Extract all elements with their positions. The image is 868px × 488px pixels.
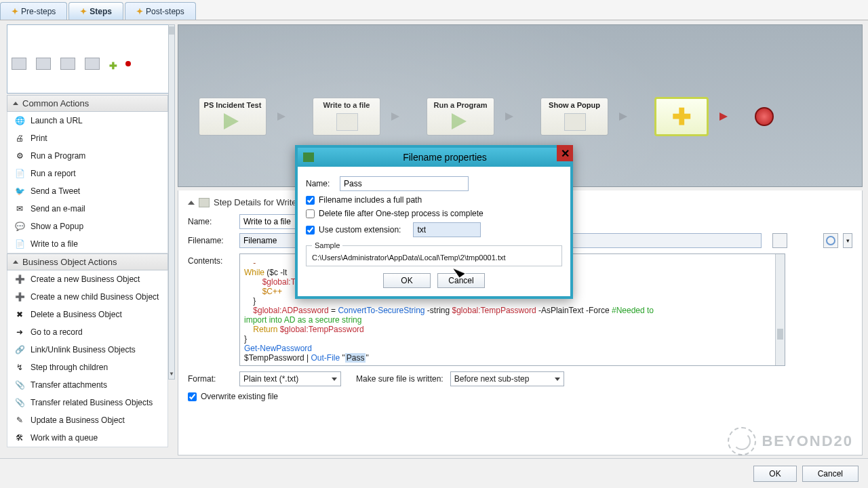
action-icon: ➕ [14, 291, 25, 302]
node-title: PS Incident Test [199, 101, 266, 109]
node-show-a-popup[interactable]: Show a Popup [540, 98, 608, 136]
node-write-to-file[interactable]: Write to a file [313, 98, 380, 136]
action-icon: 📄 [14, 239, 25, 249]
written-dropdown[interactable]: Before next sub-step [450, 371, 564, 386]
fullpath-checkbox[interactable] [306, 196, 315, 205]
cancel-button[interactable]: Cancel [802, 466, 859, 482]
delete-after-label: Delete file after One-step process is co… [319, 209, 484, 218]
action-item[interactable]: 🔗Link/Unlink Business Objects [7, 341, 167, 359]
action-item[interactable]: 🖨Print [7, 129, 167, 147]
bottom-bar: OK Cancel [0, 458, 868, 488]
filename-properties-dialog: Filename properties ✕ Name: Filename inc… [295, 145, 573, 299]
add-step-button[interactable]: ✚ [654, 97, 709, 136]
mini-add-icon[interactable]: ✚ [109, 60, 116, 67]
action-item[interactable]: ↯Step through children [7, 359, 167, 376]
scroll-down-icon[interactable]: ▼ [169, 371, 174, 379]
plus-icon: ✚ [672, 103, 691, 130]
action-item[interactable]: ⚙Run a Program [7, 147, 167, 165]
mini-node[interactable] [85, 58, 100, 70]
action-label: Delete a Business Object [31, 310, 122, 319]
action-item[interactable]: 🐦Send a Tweet [7, 182, 167, 200]
custom-ext-input[interactable] [413, 222, 481, 237]
tab-steps[interactable]: ✦Steps [68, 2, 123, 20]
action-label: Transfer attachments [31, 380, 107, 390]
mini-node[interactable] [60, 58, 75, 70]
delete-after-checkbox[interactable] [306, 209, 315, 218]
overwrite-checkbox[interactable] [188, 392, 197, 401]
action-label: Create a new Business Object [31, 274, 140, 284]
action-label: Send a Tweet [31, 186, 80, 196]
tab-post-steps[interactable]: ✦Post-steps [125, 2, 196, 20]
action-item[interactable]: 💬Show a Popup [7, 218, 167, 235]
mini-node[interactable] [36, 58, 51, 70]
tab-label: Steps [90, 7, 112, 16]
action-item[interactable]: ✎Update a Business Object [7, 411, 167, 429]
action-item[interactable]: ➕Create a new Business Object [7, 270, 167, 288]
action-label: Transfer related Business Objects [31, 398, 153, 407]
action-item[interactable]: 📎Transfer attachments [7, 376, 167, 394]
arrow-icon [391, 113, 399, 121]
ok-button[interactable]: OK [753, 466, 796, 482]
file-icon [199, 198, 210, 207]
scroll-thumb[interactable] [169, 26, 174, 35]
section-business-actions[interactable]: Business Object Actions [7, 253, 168, 270]
popup-icon [564, 113, 586, 131]
node-run-a-program[interactable]: Run a Program [427, 98, 494, 136]
action-item[interactable]: ➜Go to a record [7, 323, 167, 341]
action-label: Print [31, 134, 47, 143]
mini-stop-icon [125, 61, 131, 66]
top-tabs: ✦Pre-steps ✦Steps ✦Post-steps [0, 0, 868, 20]
action-item[interactable]: ✖Delete a Business Object [7, 306, 167, 323]
left-scrollbar[interactable]: ▲ ▼ [168, 24, 175, 380]
arrow-icon [505, 113, 513, 121]
thumbnail-pane: ✚ [7, 24, 172, 94]
scroll-thumb[interactable] [777, 329, 783, 340]
action-label: Work with a queue [31, 433, 98, 443]
file-icon [336, 113, 358, 131]
node-ps-incident-test[interactable]: PS Incident Test [199, 98, 267, 136]
action-item[interactable]: ✉Send an e-mail [7, 200, 167, 218]
action-icon: 📎 [14, 380, 25, 390]
custom-ext-checkbox[interactable] [306, 226, 315, 235]
filename-picker-button[interactable] [772, 233, 787, 248]
close-button[interactable]: ✕ [557, 145, 573, 161]
action-item[interactable]: 📄Run a report [7, 165, 167, 182]
action-item[interactable]: 📄Write to a file [7, 235, 167, 253]
play-icon [224, 113, 239, 129]
globe-icon [728, 427, 756, 455]
filename-zoom-button[interactable] [823, 233, 838, 248]
dialog-ok-button[interactable]: OK [383, 273, 431, 288]
chevron-up-icon [13, 260, 18, 264]
chevron-down-icon [555, 378, 560, 381]
tab-pre-steps[interactable]: ✦Pre-steps [0, 2, 67, 20]
action-icon: 💬 [14, 221, 25, 232]
chevron-down-icon [332, 378, 337, 381]
actions-panel: Common Actions 🌐Launch a URL🖨Print⚙Run a… [7, 95, 168, 447]
action-label: Show a Popup [31, 222, 83, 231]
format-dropdown[interactable]: Plain text (*.txt) [239, 371, 341, 386]
action-item[interactable]: ➕Create a new child Business Object [7, 288, 167, 306]
dialog-name-input[interactable] [340, 176, 469, 191]
watermark-text: BEYOND20 [762, 432, 853, 450]
fullpath-label: Filename includes a full path [319, 195, 422, 205]
sample-legend: Sample [312, 241, 342, 249]
action-item[interactable]: 🌐Launch a URL [7, 112, 167, 129]
arrow-icon [619, 113, 627, 121]
action-icon: ➜ [14, 327, 25, 338]
action-label: Write to a file [31, 239, 78, 249]
action-icon: 📎 [14, 397, 25, 408]
contents-scrollbar[interactable] [775, 254, 785, 365]
chevron-up-icon [13, 102, 18, 105]
action-item[interactable]: 📎Transfer related Business Objects [7, 394, 167, 411]
dialog-titlebar[interactable]: Filename properties ✕ [298, 148, 570, 167]
section-title: Common Actions [22, 98, 89, 108]
action-item[interactable]: 🛠Work with a queue [7, 429, 167, 447]
mini-node[interactable] [12, 58, 26, 70]
dialog-title: Filename properties [319, 152, 570, 163]
dialog-name-label: Name: [306, 179, 336, 188]
section-title: Business Object Actions [22, 257, 117, 267]
filename-dropdown-button[interactable]: ▾ [843, 233, 852, 248]
section-common-actions[interactable]: Common Actions [7, 95, 168, 112]
action-icon: ↯ [14, 362, 25, 373]
action-label: Run a Program [31, 151, 85, 161]
